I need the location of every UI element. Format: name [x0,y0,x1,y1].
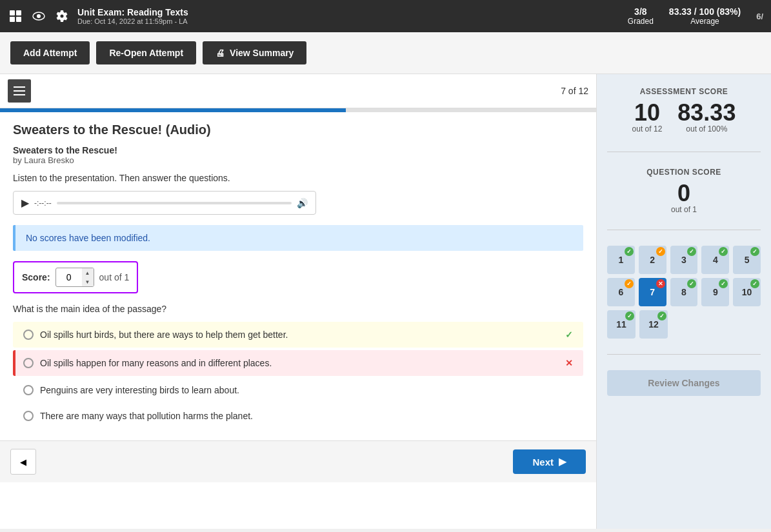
answer-radio-1 [23,330,34,340]
check-icon-1: ✓ [563,328,576,341]
average-label: Average [690,17,719,26]
printer-icon: 🖨 [215,48,225,58]
q-indicator-9: ✓ [719,279,728,288]
question-btn-2[interactable]: 2 ✓ [639,246,666,274]
question-grid-row-3: 11 ✓ 12 ✓ [607,310,761,339]
graded-label: Graded [628,17,654,26]
q-indicator-7: ✕ [656,279,665,288]
gear-icon[interactable] [54,8,70,24]
next-label: Next [532,457,554,468]
question-btn-11[interactable]: 11 ✓ [607,310,636,339]
question-btn-3[interactable]: 3 ✓ [670,246,698,274]
question-btn-10[interactable]: 10 ✓ [733,278,761,306]
q-indicator-6: ✓ [625,279,634,288]
q-indicator-5: ✓ [750,247,759,256]
answer-radio-4 [23,411,34,421]
answer-option-3[interactable]: Penguins are very interesting birds to l… [13,379,583,402]
q-indicator-4: ✓ [719,247,728,256]
score-input-container: Score: ▲ ▼ out of 1 [13,261,138,293]
question-btn-12[interactable]: 12 ✓ [639,310,668,339]
question-btn-4[interactable]: 4 ✓ [701,246,729,274]
question-btn-7[interactable]: 7 ✕ [639,278,666,306]
grid-icon[interactable] [8,8,23,24]
score-input-wrap: ▲ ▼ [55,268,94,287]
average-stat: 83.33 / 100 (83%) Average [669,6,741,26]
answer-text-3: Penguins are very interesting birds to l… [40,385,576,395]
q-btn-label-7: 7 [650,287,655,297]
out-of-label: out of 1 [99,272,130,282]
answer-options: Oil spills hurt birds, but there are way… [13,322,583,428]
q-btn-label-3: 3 [681,255,686,265]
q-indicator-12: ✓ [657,311,666,320]
page-counter: 6/ [756,12,763,21]
passage-author: by Laura Bresko [13,155,583,165]
divider-1 [607,152,761,152]
q-btn-label-2: 2 [650,255,655,265]
review-changes-button[interactable]: Review Changes [607,370,761,396]
graded-value: 3/8 [634,6,646,17]
question-btn-8[interactable]: 8 ✓ [670,278,698,306]
hamburger-line-1 [14,86,25,88]
view-summary-button[interactable]: 🖨 View Summary [203,41,306,64]
topbar-title: Unit Exam: Reading Texts Due: Oct 14, 20… [77,7,188,25]
question-score-label: QUESTION SCORE [607,168,761,177]
answer-option-2[interactable]: Oil spills happen for many reasons and i… [13,350,583,376]
hamburger-line-3 [14,94,25,95]
question-content: Sweaters to the Rescue! (Audio) Sweaters… [0,112,596,440]
q-btn-label-1: 1 [619,255,624,265]
play-button[interactable]: ▶ [21,197,29,209]
answer-radio-2 [23,358,34,368]
score-input[interactable] [56,270,82,285]
score-label: Score: [22,272,50,282]
question-score-section: QUESTION SCORE 0 out of 1 [607,168,761,214]
svg-rect-1 [16,10,21,15]
score-notification: No scores have been modified. [13,225,583,251]
score-out-of-num: 10 [634,101,660,124]
q-btn-label-4: 4 [713,255,718,265]
score-out-of-label: out of 12 [632,124,663,133]
svg-rect-3 [16,17,21,22]
main-layout: 7 of 12 Sweaters to the Rescue! (Audio) … [0,74,771,529]
spin-down-button[interactable]: ▼ [82,277,94,286]
assessment-score-label: ASSESSMENT SCORE [607,87,761,96]
answer-radio-3 [23,385,34,395]
eye-icon[interactable] [31,8,46,24]
score-display: 10 out of 12 83.33 out of 100% [607,101,761,133]
q-btn-label-6: 6 [619,287,624,297]
score-percent-label: out of 100% [686,124,727,133]
question-counter: 7 of 12 [561,86,588,96]
question-btn-6[interactable]: 6 ✓ [607,278,635,306]
question-btn-1[interactable]: 1 ✓ [607,246,635,274]
answer-option-1[interactable]: Oil spills hurt birds, but there are way… [13,322,583,348]
audio-player: ▶ -:--:-- 🔊 [13,191,316,215]
question-nav: 7 of 12 [0,74,596,108]
topbar-left: Unit Exam: Reading Texts Due: Oct 14, 20… [8,7,188,25]
next-button[interactable]: Next ▶ [513,449,586,474]
question-text: What is the main idea of the passage? [13,304,583,314]
graded-stat: 3/8 Graded [628,6,654,26]
audio-track[interactable] [57,202,292,204]
question-grid-row-1: 1 ✓ 2 ✓ 3 ✓ 4 ✓ 5 ✓ [607,246,761,274]
question-btn-5[interactable]: 5 ✓ [733,246,761,274]
view-summary-label: View Summary [230,48,294,58]
spin-up-button[interactable]: ▲ [82,268,94,277]
score-percent: 83.33 out of 100% [677,101,736,133]
hamburger-button[interactable] [8,79,31,103]
svg-point-5 [37,14,41,18]
question-btn-9[interactable]: 9 ✓ [701,278,729,306]
q-score-num: 0 [607,182,761,205]
answer-option-4[interactable]: There are many ways that pollution harms… [13,404,583,428]
reopen-attempt-button[interactable]: Re-Open Attempt [96,41,196,64]
divider-2 [607,230,761,230]
volume-icon[interactable]: 🔊 [297,198,308,208]
hamburger-line-2 [14,90,25,92]
q-indicator-11: ✓ [625,311,634,320]
score-out-of: 10 out of 12 [632,101,663,133]
assessment-score-section: ASSESSMENT SCORE 10 out of 12 83.33 out … [607,87,761,136]
q-indicator-3: ✓ [687,247,696,256]
q-indicator-8: ✓ [687,279,696,288]
topbar-right: 3/8 Graded 83.33 / 100 (83%) Average 6/ [628,6,763,26]
q-btn-label-10: 10 [742,287,752,297]
add-attempt-button[interactable]: Add Attempt [10,41,90,64]
prev-button[interactable]: ◀ [10,449,36,475]
